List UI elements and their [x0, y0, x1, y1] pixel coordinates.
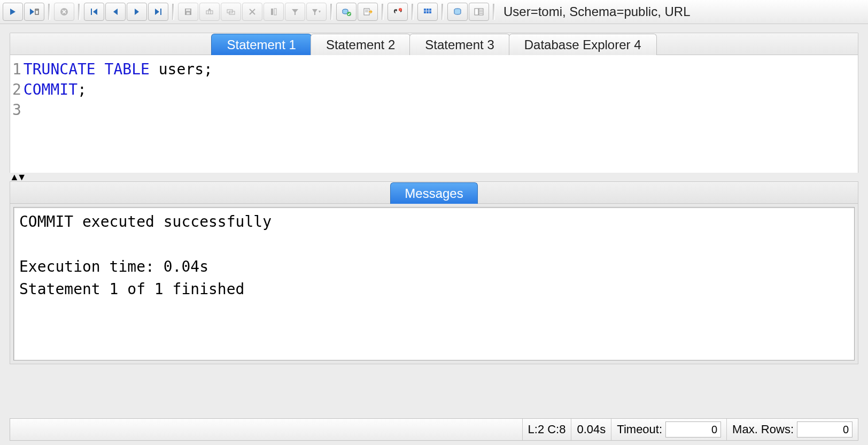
- svg-marker-8: [93, 9, 97, 15]
- statement-tabs-container: Statement 1 Statement 2 Statement 3 Data…: [10, 33, 858, 55]
- svg-rect-37: [424, 9, 426, 11]
- svg-rect-42: [429, 11, 431, 13]
- rollback-button[interactable]: [358, 3, 378, 21]
- svg-marker-28: [319, 11, 321, 13]
- tab-statement-2[interactable]: Statement 2: [311, 34, 410, 55]
- line-number: 3: [12, 100, 21, 120]
- svg-rect-7: [91, 9, 92, 15]
- timeout-cell: Timeout:: [611, 419, 727, 440]
- svg-marker-27: [312, 9, 317, 15]
- tab-messages[interactable]: Messages: [390, 182, 477, 204]
- svg-rect-40: [427, 11, 429, 13]
- insert-row-button: [199, 3, 220, 21]
- tab-statement-3[interactable]: Statement 3: [409, 34, 509, 55]
- status-spacer: [10, 419, 523, 440]
- last-row-button[interactable]: [148, 3, 168, 21]
- delete-row-button: [242, 3, 262, 21]
- connection-label: User=tomi, Schema=public, URL: [503, 4, 690, 19]
- svg-rect-24: [271, 9, 273, 15]
- svg-marker-9: [113, 9, 118, 15]
- messages-output[interactable]: COMMIT executed successfully Execution t…: [13, 207, 855, 360]
- svg-rect-14: [186, 9, 190, 11]
- next-row-button[interactable]: [127, 3, 147, 21]
- tab-label: Statement 3: [425, 37, 494, 52]
- tab-label: Statement 2: [326, 37, 395, 52]
- tab-label: Messages: [405, 186, 463, 201]
- code-area[interactable]: TRUNCATE TABLE users;COMMIT;: [24, 55, 213, 173]
- result-panel: Messages COMMIT executed successfully Ex…: [10, 181, 858, 364]
- maxrows-input[interactable]: [797, 421, 852, 438]
- sql-keyword: COMMIT: [24, 81, 78, 98]
- svg-rect-39: [427, 9, 429, 11]
- tab-statement-1[interactable]: Statement 1: [211, 34, 311, 55]
- save-button: [178, 3, 198, 21]
- splitter[interactable]: ▲▼: [10, 173, 858, 181]
- sql-keyword: TRUNCATE TABLE: [24, 60, 150, 78]
- execute-current-button[interactable]: [24, 3, 44, 21]
- filter-button: [285, 3, 305, 21]
- result-tabs: Messages: [10, 182, 858, 204]
- object-list-button[interactable]: [469, 3, 489, 21]
- tab-db-explorer-4[interactable]: Database Explorer 4: [509, 34, 657, 55]
- statement-tabs: Statement 1 Statement 2 Statement 3 Data…: [10, 33, 858, 55]
- copy-row-button: [221, 3, 241, 21]
- svg-rect-16: [206, 11, 213, 14]
- svg-rect-44: [475, 9, 478, 15]
- line-number: 2: [12, 80, 21, 100]
- commit-button[interactable]: [336, 3, 356, 21]
- cursor-position: L:2 C:8: [523, 419, 572, 440]
- svg-marker-26: [292, 9, 298, 15]
- maxrows-label: Max. Rows:: [732, 423, 794, 436]
- timeout-label: Timeout:: [617, 423, 662, 436]
- sql-editor[interactable]: 1 2 3 TRUNCATE TABLE users;COMMIT;: [10, 55, 858, 173]
- line-number: 1: [12, 59, 21, 80]
- first-row-button[interactable]: [84, 3, 104, 21]
- ignore-errors-button[interactable]: [417, 3, 438, 21]
- execute-button[interactable]: [3, 3, 23, 21]
- svg-marker-0: [10, 9, 15, 15]
- svg-text:!: !: [400, 8, 400, 11]
- splitter-arrows-icon: ▲▼: [10, 172, 25, 183]
- sql-text: users;: [150, 60, 213, 78]
- svg-rect-25: [274, 9, 276, 15]
- tab-label: Database Explorer 4: [524, 37, 641, 52]
- prev-row-button[interactable]: [105, 3, 126, 21]
- maxrows-cell: Max. Rows:: [727, 419, 858, 440]
- svg-marker-10: [135, 9, 139, 15]
- svg-rect-15: [187, 12, 190, 14]
- disconnect-button[interactable]: !: [387, 3, 408, 21]
- svg-rect-41: [429, 9, 431, 11]
- exec-time: 0.04s: [571, 419, 611, 440]
- main-toolbar: ! User=tomi, Schema=public, URL: [0, 0, 868, 24]
- status-bar: L:2 C:8 0.04s Timeout: Max. Rows:: [10, 418, 858, 441]
- tab-label: Statement 1: [227, 37, 296, 52]
- sql-text: ;: [78, 81, 87, 98]
- svg-rect-38: [424, 11, 426, 13]
- stop-button: [54, 3, 74, 21]
- svg-marker-1: [30, 9, 34, 15]
- svg-rect-12: [160, 9, 161, 15]
- db-explorer-button[interactable]: [447, 3, 468, 21]
- filter-reset-button: [306, 3, 327, 21]
- svg-marker-11: [155, 9, 159, 15]
- gutter: 1 2 3: [10, 55, 24, 173]
- svg-marker-19: [208, 8, 211, 10]
- select-columns-button: [264, 3, 284, 21]
- timeout-input[interactable]: [665, 421, 721, 438]
